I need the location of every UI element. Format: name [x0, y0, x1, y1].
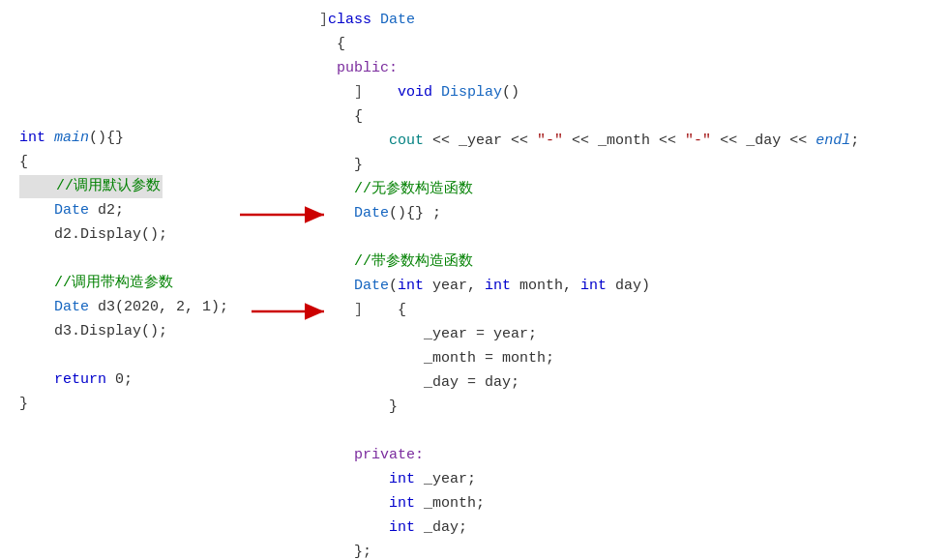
- comment-highlight: //调用默认参数: [19, 175, 163, 198]
- comment-default-param: //调用默认参数: [19, 174, 290, 198]
- date-empty-ctor-line: Date(){} ;: [319, 201, 859, 225]
- main-signature: int main(){}: [19, 126, 290, 150]
- date-d2-line: Date d2;: [19, 198, 290, 222]
- class-open-brace: {: [319, 32, 859, 56]
- blank-right-2: [319, 419, 859, 443]
- public-keyword-line: public:: [319, 56, 859, 80]
- int-keyword: int: [19, 127, 54, 150]
- cout-line: cout << _year << "-" << _month << "-" <<…: [319, 129, 859, 153]
- comment-ctor-param: //调用带构造参数: [19, 271, 290, 295]
- year-assign-line: _year = year;: [319, 322, 859, 346]
- int-day-line: int _day;: [319, 516, 859, 540]
- void-display-line: ] void Display(): [319, 80, 859, 104]
- main-close-brace: }: [19, 392, 290, 416]
- date-ctor-sig-line: Date(int year, int month, int day): [319, 274, 859, 298]
- int-year-line: int _year;: [319, 467, 859, 491]
- date-type-d3: Date: [19, 296, 89, 319]
- date-type-d2: Date: [19, 199, 89, 222]
- return-line: return 0;: [19, 368, 290, 392]
- int-month-line: int _month;: [319, 491, 859, 516]
- month-assign-line: _month = month;: [319, 346, 859, 370]
- comment-with-param-line: //带参数构造函数: [319, 250, 859, 274]
- comment-no-param-line: //无参数构造函数: [319, 177, 859, 201]
- left-panel: int main(){} { //调用默认参数 Date d2; d2.Disp…: [19, 126, 290, 416]
- main-parens: (){}: [89, 127, 124, 150]
- private-keyword-line: private:: [319, 443, 859, 467]
- class-decl-line: ]class Date: [319, 8, 859, 32]
- code-container: int main(){} { //调用默认参数 Date d2; d2.Disp…: [0, 0, 949, 560]
- blank-left-2: [19, 343, 290, 368]
- blank-right-1: [319, 225, 859, 250]
- main-func: main: [54, 127, 89, 150]
- d2-display-line: d2.Display();: [19, 222, 290, 247]
- main-open-brace: {: [19, 150, 290, 174]
- right-panel: ]class Date { public: ] void Display() {…: [319, 8, 859, 560]
- display-close-brace: }: [319, 153, 859, 177]
- ctor-open-brace: ] {: [319, 298, 859, 322]
- d3-display-line: d3.Display();: [19, 319, 290, 343]
- display-open-brace: {: [319, 104, 859, 129]
- day-assign-line: _day = day;: [319, 370, 859, 395]
- class-end-line: };: [319, 540, 859, 560]
- date-d3-line: Date d3(2020, 2, 1);: [19, 295, 290, 319]
- ctor-close-brace: }: [319, 395, 859, 419]
- blank-left-1: [19, 247, 290, 271]
